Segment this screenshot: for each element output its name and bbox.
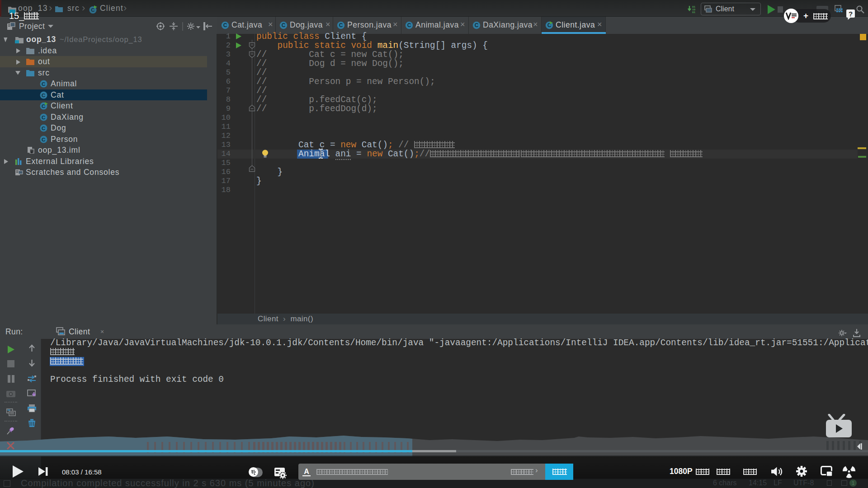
svg-text:C: C — [42, 81, 46, 87]
svg-text:C: C — [42, 93, 46, 98]
svg-text:C: C — [339, 22, 343, 28]
svg-text:C: C — [42, 115, 46, 120]
svg-text:C: C — [223, 22, 227, 28]
svg-text:C: C — [42, 137, 46, 142]
svg-text:01: 01 — [692, 11, 696, 14]
svg-text:C: C — [475, 22, 479, 28]
svg-text:C: C — [42, 126, 46, 131]
svg-text:C: C — [407, 22, 411, 28]
svg-text:?: ? — [849, 10, 853, 18]
svg-text:C: C — [282, 22, 286, 28]
